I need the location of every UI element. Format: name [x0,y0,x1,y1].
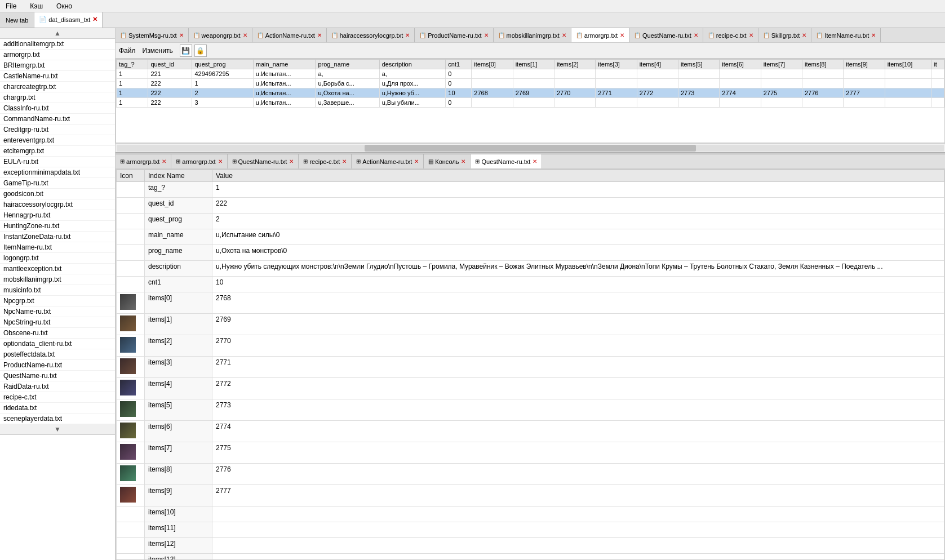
lock-button[interactable]: 🔒 [194,45,207,57]
sidebar-item-12[interactable]: exceptionminimapdata.txt [0,167,115,178]
file-tab-8[interactable]: 📋recipe-c.txt✕ [703,28,758,43]
bottom-tab-close-3[interactable]: ✕ [342,158,347,165]
detail-row[interactable]: items[0]2768 [117,292,944,314]
detail-row[interactable]: items[5]2773 [117,399,944,421]
sidebar-item-0[interactable]: additionalitemgrp.txt [0,39,115,50]
file-tab-close-8[interactable]: ✕ [749,32,753,38]
file-tab-close-4[interactable]: ✕ [484,32,489,38]
sidebar-item-34[interactable]: ridedata.txt [0,403,115,414]
sidebar-item-4[interactable]: charcreategtrp.txt [0,82,115,92]
file-tab-close-7[interactable]: ✕ [694,32,698,38]
sidebar-item-6[interactable]: ClassInfo-ru.txt [0,103,115,114]
detail-row[interactable]: items[6]2774 [117,421,944,442]
sidebar-item-3[interactable]: CastleName-ru.txt [0,71,115,82]
sidebar-item-29[interactable]: posteffectdata.txt [0,349,115,360]
menu-file[interactable]: File [2,1,20,11]
file-tab-1[interactable]: 📋weapongrp.txt✕ [189,28,252,43]
file-tab-close-5[interactable]: ✕ [562,32,566,38]
detail-row[interactable]: items[1]2769 [117,314,944,335]
file-tab-10[interactable]: 📋ItemName-ru.txt✕ [811,28,881,43]
sidebar-item-24[interactable]: Npcgrp.txt [0,296,115,306]
bottom-tab-4[interactable]: ⊞ActionName-ru.txt✕ [352,154,424,169]
sidebar-item-10[interactable]: etcitemgrp.txt [0,146,115,157]
file-tab-close-1[interactable]: ✕ [243,32,247,38]
detail-row[interactable]: items[10] [117,506,944,522]
sidebar-item-33[interactable]: recipe-c.txt [0,392,115,403]
sidebar-item-25[interactable]: NpcName-ru.txt [0,306,115,317]
sidebar-item-15[interactable]: hairaccessorylocgrp.txt [0,199,115,210]
dat-disasm-close[interactable]: ✕ [92,16,97,23]
file-tab-6[interactable]: 📋armorgrp.txt✕ [571,28,629,43]
detail-row[interactable]: quest_id222 [117,198,944,214]
sidebar-item-5[interactable]: chargrp.txt [0,92,115,103]
sidebar-item-21[interactable]: mantleexception.txt [0,264,115,274]
new-tab[interactable]: New tab [0,12,34,28]
sidebar-item-19[interactable]: ItemName-ru.txt [0,242,115,253]
bottom-tab-5[interactable]: ▤Консоль✕ [424,154,471,169]
detail-row[interactable]: items[7]2775 [117,442,944,464]
sidebar-item-8[interactable]: Creditgrp-ru.txt [0,125,115,135]
sidebar-scroll-down[interactable]: ▼ [0,424,115,435]
detail-row[interactable]: items[8]2776 [117,464,944,485]
file-tab-close-3[interactable]: ✕ [405,32,410,38]
main-data-table-container[interactable]: tag_?quest_idquest_progmain_nameprog_nam… [116,59,945,143]
detail-row[interactable]: items[13] [117,554,944,561]
sidebar-item-18[interactable]: InstantZoneData-ru.txt [0,232,115,242]
file-tab-9[interactable]: 📋Skillgrp.txt✕ [758,28,812,43]
sidebar-item-27[interactable]: Obscene-ru.txt [0,328,115,339]
menu-window[interactable]: Окно [53,1,76,11]
sidebar-item-11[interactable]: EULA-ru.txt [0,157,115,167]
file-tab-0[interactable]: 📋SystemMsg-ru.txt✕ [116,28,189,43]
sidebar-item-9[interactable]: entereventgrp.txt [0,135,115,146]
sidebar-item-14[interactable]: goodsicon.txt [0,189,115,199]
table-row[interactable]: 12221u,Испытан...u,Борьба с...u,Для прох… [117,79,944,88]
bottom-tab-6[interactable]: ⊞QuestName-ru.txt✕ [471,154,542,169]
sidebar-item-20[interactable]: logongrp.txt [0,253,115,264]
bottom-tab-2[interactable]: ⊞QuestName-ru.txt✕ [228,154,299,169]
table-row[interactable]: 12214294967295u.Испытан...a,a,0 [117,69,944,79]
bottom-tab-close-1[interactable]: ✕ [218,158,223,165]
bottom-tab-1[interactable]: ⊞armorgrp.txt✕ [171,154,227,169]
bottom-tab-0[interactable]: ⊞armorgrp.txt✕ [116,154,171,169]
detail-container[interactable]: IconIndex NameValuetag_?1quest_id222ques… [116,169,945,560]
sidebar-item-31[interactable]: QuestName-ru.txt [0,371,115,381]
bottom-tab-close-6[interactable]: ✕ [533,158,537,165]
table-row[interactable]: 12223u,Испытан...u,Заверше...u,Вы убили.… [117,98,944,108]
file-tab-3[interactable]: 📋hairaccessorylocgrp.txt✕ [327,28,415,43]
file-tab-2[interactable]: 📋ActionName-ru.txt✕ [252,28,327,43]
file-tab-5[interactable]: 📋mobskillanimgrp.txt✕ [494,28,571,43]
main-table-hscroll[interactable] [116,143,945,152]
file-tab-close-10[interactable]: ✕ [871,32,876,38]
bottom-tab-close-5[interactable]: ✕ [461,158,465,165]
sidebar-item-7[interactable]: CommandName-ru.txt [0,114,115,125]
file-tab-close-6[interactable]: ✕ [620,32,624,38]
sidebar-item-1[interactable]: armorgrp.txt [0,50,115,60]
bottom-tab-close-2[interactable]: ✕ [289,158,294,165]
detail-row[interactable]: items[2]2770 [117,335,944,357]
sidebar-item-2[interactable]: BRItemgrp.txt [0,60,115,71]
sidebar-item-22[interactable]: mobskillanimgrp.txt [0,274,115,285]
table-row[interactable]: 12222u,Испытан...u,Охота на...u,Нужно уб… [117,88,944,98]
sidebar-item-17[interactable]: HuntingZone-ru.txt [0,221,115,232]
sidebar-item-26[interactable]: NpcString-ru.txt [0,317,115,328]
sidebar-item-16[interactable]: Hennagrp-ru.txt [0,210,115,221]
toolbar-edit-label[interactable]: Изменить [143,47,173,55]
detail-row[interactable]: descriptionu,Нужно убить следующих монст… [117,261,944,277]
sidebar-item-23[interactable]: musicinfo.txt [0,285,115,296]
file-tab-7[interactable]: 📋QuestName-ru.txt✕ [629,28,703,43]
sidebar-scroll-up[interactable]: ▲ [0,28,115,39]
detail-row[interactable]: prog_nameu,Охота на монстров\0 [117,245,944,261]
menu-cache[interactable]: Кэш [26,1,46,11]
detail-row[interactable]: items[3]2771 [117,357,944,378]
detail-row[interactable]: items[11] [117,522,944,538]
bottom-tab-3[interactable]: ⊞recipe-c.txt✕ [299,154,352,169]
file-tab-close-2[interactable]: ✕ [317,32,322,38]
sidebar-item-30[interactable]: ProductName-ru.txt [0,360,115,371]
detail-row[interactable]: items[12] [117,538,944,554]
sidebar-item-32[interactable]: RaidData-ru.txt [0,381,115,392]
toolbar-file-label[interactable]: Файл [119,47,136,55]
file-tab-close-9[interactable]: ✕ [802,32,806,38]
sidebar-item-13[interactable]: GameTip-ru.txt [0,178,115,189]
save-button[interactable]: 💾 [180,45,192,57]
detail-row[interactable]: quest_prog2 [117,214,944,229]
